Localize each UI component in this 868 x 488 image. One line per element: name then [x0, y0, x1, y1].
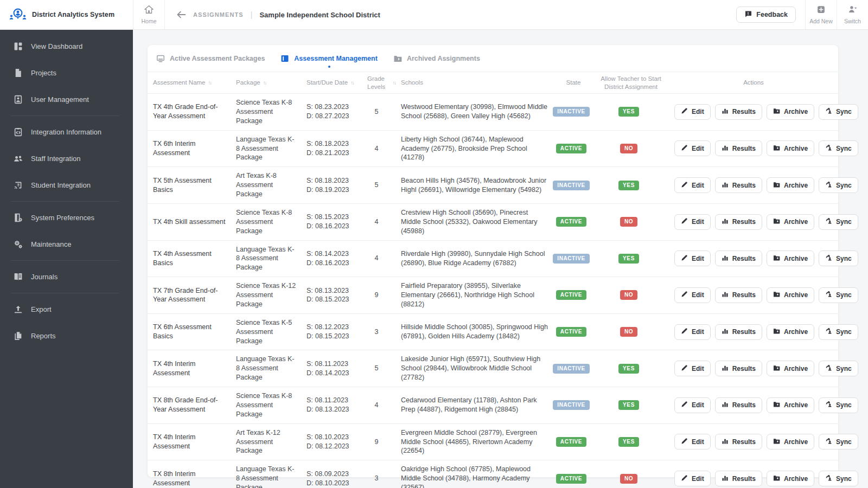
switch-user-button[interactable]: Switch	[837, 0, 868, 29]
edit-button[interactable]: Edit	[674, 104, 711, 120]
archive-button[interactable]: Archive	[767, 397, 814, 413]
sidebar-item-label: System Preferences	[31, 214, 94, 222]
schools-list: Hillside Middle School (30085), Springwo…	[395, 318, 554, 345]
column-header-package[interactable]: Package ↑↓	[231, 79, 301, 86]
plus-square-icon	[816, 5, 826, 16]
results-button[interactable]: Results	[715, 434, 762, 450]
schools-list: Riverdale High (39980), Sunnydale High S…	[395, 245, 554, 272]
back-arrow-icon[interactable]	[176, 10, 186, 20]
tab-archived-assignments[interactable]: Archived Assignments	[393, 45, 480, 72]
column-header-grade-levels[interactable]: Grade Levels ↑↓	[362, 75, 395, 91]
results-button[interactable]: Results	[715, 140, 762, 156]
column-header-state[interactable]: State	[554, 79, 593, 86]
archive-button[interactable]: Archive	[767, 324, 814, 340]
due-date: D: 08.19.2023	[307, 185, 358, 195]
edit-button[interactable]: Edit	[674, 214, 711, 230]
schools-list: Crestview High Schooll (35690), Pinecres…	[395, 204, 554, 240]
breadcrumb-section[interactable]: ASSIGNMENTS	[193, 11, 244, 18]
tab-assessment-management[interactable]: Assessment Management	[280, 45, 378, 72]
column-header-actions[interactable]: Actions	[669, 79, 838, 86]
results-button[interactable]: Results	[715, 471, 762, 486]
row-actions: Edit Results Archive Sync	[669, 393, 864, 418]
results-button[interactable]: Results	[715, 251, 762, 266]
results-button[interactable]: Results	[715, 287, 762, 303]
district-people-logo-icon	[9, 8, 27, 22]
column-header-allow-teacher-to[interactable]: Allow Teacher to Start District Assignme…	[593, 75, 669, 91]
column-header-start/due-date[interactable]: Start/Due Date ↑↓	[301, 79, 362, 86]
archive-button[interactable]: Archive	[767, 177, 814, 193]
tab-bar: Active Assessment Packages Assessment Ma…	[148, 45, 838, 72]
state-badge: INACTIVE	[553, 107, 589, 117]
sync-button[interactable]: Sync	[819, 324, 858, 340]
archive-button[interactable]: Archive	[767, 434, 814, 450]
grade-levels: 5	[362, 176, 395, 194]
sync-button[interactable]: Sync	[819, 434, 858, 450]
sidebar-item-journals[interactable]: Journals	[0, 264, 133, 290]
grade-levels: 4	[362, 140, 395, 158]
archive-button[interactable]: Archive	[767, 214, 814, 230]
sync-button[interactable]: Sync	[819, 397, 858, 413]
archive-button[interactable]: Archive	[767, 471, 814, 486]
allow-teacher-badge: YES	[618, 107, 639, 117]
sidebar-item-maintenance[interactable]: Maintenance	[0, 231, 133, 258]
page-title: Sample Independent School District	[259, 11, 380, 19]
sidebar-item-user-management[interactable]: User Management	[0, 86, 133, 113]
sync-button[interactable]: Sync	[819, 471, 858, 486]
sync-button[interactable]: Sync	[819, 177, 858, 193]
sync-user-icon	[825, 328, 832, 336]
bar-chart-icon	[722, 291, 729, 299]
column-header-schools[interactable]: Schools	[395, 79, 554, 86]
state-badge: INACTIVE	[553, 400, 589, 410]
sidebar-item-student-integration[interactable]: Student Integration	[0, 172, 133, 198]
results-button[interactable]: Results	[715, 361, 762, 376]
gears-icon	[14, 240, 23, 249]
archive-button[interactable]: Archive	[767, 361, 814, 376]
sidebar-item-projects[interactable]: Projects	[0, 60, 133, 86]
home-button[interactable]: Home	[133, 0, 164, 29]
results-button[interactable]: Results	[715, 397, 762, 413]
sync-button[interactable]: Sync	[819, 251, 858, 266]
archive-button[interactable]: Archive	[767, 140, 814, 156]
sync-button[interactable]: Sync	[819, 104, 858, 120]
assessment-name: TX 5th Assessment Basics	[148, 172, 231, 199]
sync-button[interactable]: Sync	[819, 361, 858, 376]
sidebar-item-reports[interactable]: Reports	[0, 323, 133, 349]
edit-button[interactable]: Edit	[674, 324, 711, 340]
column-header-assessment-name[interactable]: Assessment Name ↑↓	[148, 79, 231, 86]
edit-button[interactable]: Edit	[674, 434, 711, 450]
edit-button[interactable]: Edit	[674, 140, 711, 156]
sidebar-item-system-preferences[interactable]: System Preferences	[0, 204, 133, 231]
assessment-name: TX 4th Interim Assessment	[148, 355, 231, 382]
sidebar-item-export[interactable]: Export	[0, 296, 133, 323]
sidebar-item-label: Export	[31, 305, 52, 313]
edit-button[interactable]: Edit	[674, 397, 711, 413]
results-button[interactable]: Results	[715, 214, 762, 230]
sidebar-item-integration-information[interactable]: Integration Information	[0, 119, 133, 145]
folder-icon	[773, 364, 780, 373]
start-due-date: S: 08.12.2023 D: 08.15.2023	[301, 318, 362, 345]
tab-active-assessment-packages[interactable]: Active Assessment Packages	[156, 45, 265, 72]
sidebar-item-label: Staff Integration	[31, 155, 81, 163]
results-button[interactable]: Results	[715, 324, 762, 340]
start-date: S: 08.18.2023	[307, 176, 358, 185]
sidebar-item-staff-integration[interactable]: Staff Integration	[0, 145, 133, 172]
edit-button[interactable]: Edit	[674, 287, 711, 303]
sync-button[interactable]: Sync	[819, 214, 858, 230]
feedback-button[interactable]: Feedback	[736, 7, 796, 23]
bar-chart-icon	[722, 474, 729, 483]
feedback-label: Feedback	[756, 11, 788, 18]
edit-button[interactable]: Edit	[674, 471, 711, 486]
results-button[interactable]: Results	[715, 104, 762, 120]
grade-levels: 9	[362, 286, 395, 304]
results-button[interactable]: Results	[715, 177, 762, 193]
sync-button[interactable]: Sync	[819, 140, 858, 156]
sync-button[interactable]: Sync	[819, 287, 858, 303]
archive-button[interactable]: Archive	[767, 287, 814, 303]
sidebar-item-view-dashboard[interactable]: View Dashboard	[0, 33, 133, 60]
archive-button[interactable]: Archive	[767, 251, 814, 266]
archive-button[interactable]: Archive	[767, 104, 814, 120]
edit-button[interactable]: Edit	[674, 251, 711, 266]
edit-button[interactable]: Edit	[674, 361, 711, 376]
add-new-button[interactable]: Add New	[805, 0, 837, 29]
edit-button[interactable]: Edit	[674, 177, 711, 193]
